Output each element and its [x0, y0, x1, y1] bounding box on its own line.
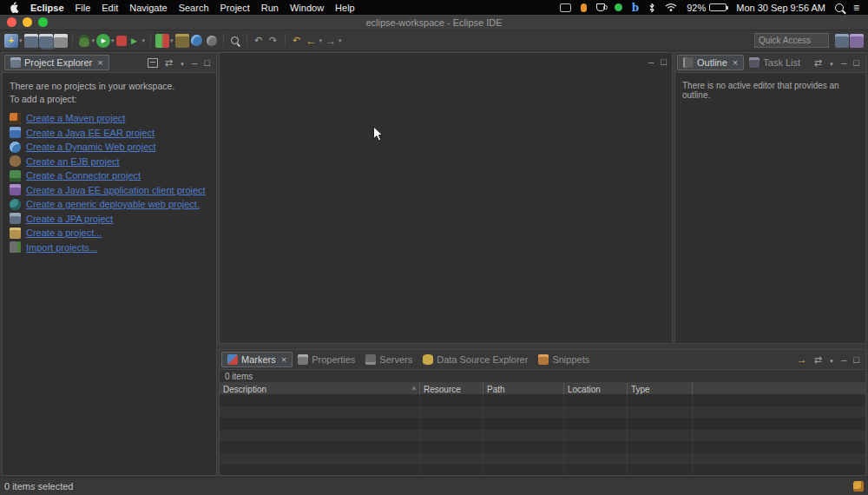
minimize-view-icon[interactable]	[192, 57, 197, 68]
minimize-view-icon[interactable]	[841, 354, 846, 365]
redo-icon[interactable]	[266, 34, 280, 48]
list-item: Create a Java EE application client proj…	[10, 183, 209, 198]
minimize-window-button[interactable]	[23, 17, 32, 27]
project-explorer-tabbar: Project Explorer	[3, 53, 216, 73]
java-ee-perspective-icon[interactable]	[850, 34, 864, 48]
mic-icon[interactable]	[581, 3, 587, 12]
tab-task-list[interactable]: Task List	[744, 56, 806, 69]
menubar-app-name[interactable]: Eclipse	[30, 3, 64, 13]
tab-data-source-explorer[interactable]: Data Source Explorer	[418, 353, 533, 366]
new-servlet-icon[interactable]	[205, 34, 219, 48]
stop-icon[interactable]	[116, 36, 127, 46]
menu-help[interactable]: Help	[335, 3, 355, 13]
open-perspective-icon[interactable]	[835, 34, 849, 48]
menu-navigate[interactable]: Navigate	[129, 3, 167, 13]
create-ejb-project-link[interactable]: Create an EJB project	[26, 156, 120, 167]
go-to-marker-icon[interactable]	[797, 353, 807, 366]
new-wizard-icon[interactable]	[4, 34, 18, 48]
coffee-cup-icon[interactable]	[596, 3, 605, 11]
filter-icon[interactable]	[814, 354, 822, 366]
create-jpa-project-link[interactable]: Create a JPA project	[26, 214, 113, 224]
quick-access-input[interactable]	[754, 33, 829, 48]
close-icon[interactable]	[281, 355, 286, 365]
list-item: Create a project...	[10, 226, 209, 241]
back-navigation-icon[interactable]	[305, 34, 319, 48]
new-java-project-icon[interactable]	[175, 34, 189, 48]
create-project-link[interactable]: Create a project...	[26, 228, 102, 238]
create-ear-project-link[interactable]: Create a Java EE EAR project	[26, 128, 155, 138]
editor-area[interactable]	[219, 52, 673, 344]
coverage-dropdown-icon[interactable]	[170, 37, 174, 44]
save-icon[interactable]	[24, 34, 38, 48]
save-all-icon[interactable]	[39, 34, 53, 48]
add-project-message: To add a project:	[10, 94, 209, 104]
maximize-view-icon[interactable]	[853, 57, 859, 68]
apple-menu-icon[interactable]	[9, 2, 19, 13]
list-item: Create a JPA project	[10, 212, 209, 227]
tab-servers[interactable]: Servers	[360, 353, 418, 366]
create-dynamic-web-project-link[interactable]: Create a Dynamic Web project	[26, 142, 156, 152]
new-web-project-icon[interactable]	[190, 34, 204, 48]
close-window-button[interactable]	[7, 17, 16, 27]
tab-project-explorer[interactable]: Project Explorer	[4, 55, 109, 70]
last-edit-location-icon[interactable]	[290, 34, 304, 48]
close-icon[interactable]	[97, 58, 102, 68]
tab-properties[interactable]: Properties	[293, 353, 360, 366]
run-icon[interactable]	[96, 34, 110, 48]
forward-dropdown-icon[interactable]	[339, 37, 342, 44]
view-menu-icon[interactable]	[180, 57, 185, 68]
debug-dropdown-icon[interactable]	[92, 37, 95, 44]
coverage-icon[interactable]	[155, 34, 169, 48]
zoom-window-button[interactable]	[38, 17, 48, 27]
menu-window[interactable]: Window	[290, 3, 324, 13]
collapse-all-icon[interactable]	[148, 58, 158, 68]
minimize-view-icon[interactable]	[841, 57, 846, 68]
notification-icon[interactable]	[853, 481, 864, 492]
external-tools-dropdown-icon[interactable]	[142, 37, 146, 44]
markers-table-body[interactable]	[220, 394, 865, 475]
create-generic-web-project-link[interactable]: Create a generic deployable web project.	[26, 199, 200, 209]
bluetooth-icon[interactable]	[648, 2, 655, 13]
external-tools-icon[interactable]	[128, 34, 141, 48]
maximize-view-icon[interactable]	[853, 354, 859, 365]
link-with-editor-icon[interactable]	[165, 57, 173, 69]
tab-snippets[interactable]: Snippets	[533, 353, 595, 366]
spotlight-search-icon[interactable]	[835, 3, 844, 12]
run-dropdown-icon[interactable]	[111, 37, 115, 44]
maximize-view-icon[interactable]	[204, 57, 210, 68]
menubar-clock[interactable]: Mon 30 Sep 9:56 AM	[736, 3, 825, 13]
undo-icon[interactable]	[252, 34, 266, 48]
menu-edit[interactable]: Edit	[102, 3, 118, 13]
window-titlebar[interactable]: eclipse-workspace - Eclipse IDE	[0, 15, 868, 30]
control-center-icon[interactable]	[853, 2, 859, 13]
view-menu-icon[interactable]	[829, 354, 834, 365]
create-connector-project-link[interactable]: Create a Connector project	[26, 170, 141, 181]
tab-outline[interactable]: Outline	[677, 55, 744, 70]
toolbar-separator	[285, 34, 286, 47]
menu-file[interactable]: File	[76, 3, 91, 13]
minimize-view-icon[interactable]	[648, 56, 654, 67]
maximize-view-icon[interactable]	[661, 56, 667, 67]
tab-markers[interactable]: Markers	[221, 352, 293, 367]
search-icon[interactable]	[228, 34, 242, 48]
wifi-icon[interactable]	[665, 2, 677, 13]
display-icon[interactable]	[560, 3, 571, 12]
forward-navigation-icon[interactable]	[324, 34, 338, 48]
debug-icon[interactable]	[77, 34, 91, 48]
print-icon[interactable]	[54, 34, 68, 48]
back-dropdown-icon[interactable]	[319, 37, 323, 44]
menu-project[interactable]: Project	[220, 3, 250, 13]
green-status-dot-icon[interactable]	[615, 3, 622, 11]
view-menu-icon[interactable]	[829, 57, 834, 68]
b-app-icon[interactable]	[632, 2, 639, 13]
new-wizard-dropdown-icon[interactable]	[19, 37, 23, 44]
close-icon[interactable]	[733, 58, 738, 68]
create-app-client-project-link[interactable]: Create a Java EE application client proj…	[26, 185, 206, 195]
battery-indicator[interactable]: 92%	[687, 3, 727, 13]
link-with-editor-icon[interactable]	[814, 57, 822, 69]
import-projects-link[interactable]: Import projects...	[26, 242, 97, 253]
menu-run[interactable]: Run	[261, 3, 279, 13]
create-maven-project-link[interactable]: Create a Maven project	[26, 113, 125, 123]
toolbar-separator	[150, 34, 151, 47]
menu-search[interactable]: Search	[179, 3, 209, 13]
